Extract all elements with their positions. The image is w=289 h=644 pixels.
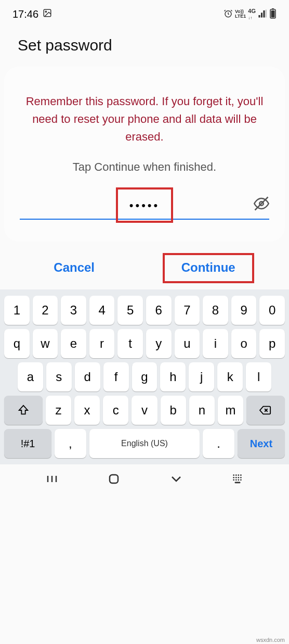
status-bar: 17:46 Vo))LTE1 4G↓↑ (0, 0, 289, 26)
period-key[interactable]: . (203, 429, 234, 458)
svg-point-19 (235, 477, 237, 478)
key-f[interactable]: f (103, 362, 129, 392)
key-9[interactable]: 9 (231, 296, 257, 325)
key-2[interactable]: 2 (33, 296, 58, 325)
key-7[interactable]: 7 (175, 296, 200, 325)
key-t[interactable]: t (117, 329, 143, 358)
key-g[interactable]: g (132, 362, 157, 392)
key-3[interactable]: 3 (61, 296, 86, 325)
symbols-key[interactable]: !#1 (4, 429, 51, 458)
kb-row-bottom: !#1 , English (US) . Next (3, 427, 286, 460)
instruction-text: Tap Continue when finished. (20, 160, 269, 174)
svg-point-24 (238, 479, 240, 481)
next-key[interactable]: Next (238, 429, 285, 458)
key-v[interactable]: v (132, 396, 157, 425)
page-title: Set password (0, 26, 289, 67)
svg-point-14 (233, 474, 235, 476)
svg-rect-26 (235, 482, 241, 483)
highlight-password (116, 187, 173, 223)
highlight-continue (163, 253, 254, 283)
svg-point-23 (235, 479, 237, 481)
back-button[interactable] (170, 473, 182, 488)
key-j[interactable]: j (189, 362, 214, 392)
kb-row-qwerty: q w e r t y u i o p (3, 327, 286, 360)
key-u[interactable]: u (175, 329, 200, 358)
key-6[interactable]: 6 (146, 296, 172, 325)
comma-key[interactable]: , (55, 429, 86, 458)
kb-row-numbers: 1 2 3 4 5 6 7 8 9 0 (3, 294, 286, 327)
svg-point-21 (240, 477, 242, 478)
network-indicator: 4G↓↑ (248, 8, 256, 20)
key-d[interactable]: d (75, 362, 100, 392)
battery-icon (269, 8, 277, 20)
alarm-icon (224, 9, 233, 19)
svg-point-17 (240, 474, 242, 476)
key-z[interactable]: z (46, 396, 71, 425)
key-8[interactable]: 8 (203, 296, 228, 325)
shift-key[interactable] (4, 396, 43, 425)
key-w[interactable]: w (33, 329, 58, 358)
key-b[interactable]: b (161, 396, 186, 425)
key-1[interactable]: 1 (4, 296, 30, 325)
key-c[interactable]: c (103, 396, 128, 425)
svg-point-25 (240, 479, 242, 481)
key-q[interactable]: q (4, 329, 30, 358)
signal-icon (258, 9, 267, 19)
screenshot-icon (43, 8, 52, 20)
volte-indicator: Vo))LTE1 (235, 9, 246, 19)
key-4[interactable]: 4 (89, 296, 115, 325)
space-key[interactable]: English (US) (89, 429, 200, 458)
warning-text: Remember this password. If you forget it… (20, 93, 269, 146)
key-h[interactable]: h (160, 362, 186, 392)
recents-button[interactable] (46, 473, 58, 488)
kb-row-asdf: a s d f g h j k l (3, 360, 286, 394)
svg-point-22 (233, 479, 235, 481)
key-5[interactable]: 5 (117, 296, 143, 325)
key-a[interactable]: a (18, 362, 43, 392)
backspace-key[interactable] (246, 396, 285, 425)
kb-row-zxcv: z x c v b n m (3, 394, 286, 427)
svg-point-16 (238, 474, 240, 476)
key-y[interactable]: y (146, 329, 172, 358)
password-input-row: ••••• (20, 199, 269, 220)
status-time: 17:46 (12, 8, 38, 20)
password-input[interactable]: ••••• (20, 199, 269, 212)
toggle-visibility-button[interactable] (254, 196, 269, 213)
key-p[interactable]: p (259, 329, 285, 358)
keyboard-switch-button[interactable] (232, 473, 243, 487)
cancel-button[interactable]: Cancel (45, 255, 103, 280)
status-right: Vo))LTE1 4G↓↑ (224, 8, 277, 20)
key-l[interactable]: l (246, 362, 271, 392)
key-k[interactable]: k (217, 362, 243, 392)
home-button[interactable] (108, 473, 120, 488)
key-x[interactable]: x (74, 396, 100, 425)
svg-point-20 (238, 477, 240, 478)
svg-rect-13 (110, 475, 118, 483)
key-0[interactable]: 0 (259, 296, 285, 325)
svg-rect-5 (271, 10, 275, 18)
status-left: 17:46 (12, 8, 52, 20)
key-n[interactable]: n (189, 396, 215, 425)
key-i[interactable]: i (203, 329, 228, 358)
key-r[interactable]: r (89, 329, 115, 358)
action-row: Cancel Continue (0, 242, 289, 289)
svg-point-18 (233, 477, 235, 478)
key-o[interactable]: o (231, 329, 257, 358)
svg-point-15 (235, 474, 237, 476)
navigation-bar (0, 464, 289, 494)
keyboard: 1 2 3 4 5 6 7 8 9 0 q w e r t y u i o p … (0, 289, 289, 464)
key-s[interactable]: s (46, 362, 72, 392)
key-e[interactable]: e (61, 329, 86, 358)
password-card: Remember this password. If you forget it… (4, 67, 285, 242)
svg-rect-4 (272, 8, 274, 9)
key-m[interactable]: m (218, 396, 243, 425)
watermark: wsxdn.com (256, 637, 285, 643)
svg-point-1 (45, 11, 46, 12)
